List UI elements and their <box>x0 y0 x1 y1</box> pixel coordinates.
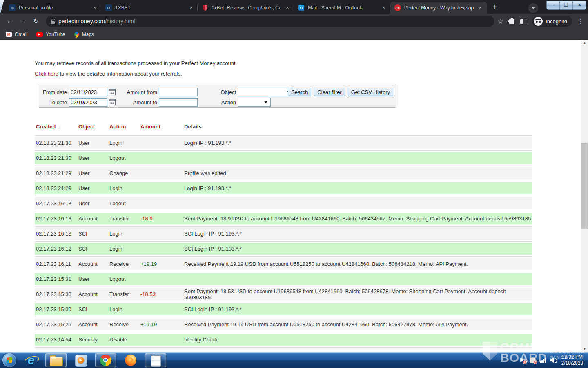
cell-object: User <box>78 276 109 282</box>
from-date-input[interactable] <box>69 88 107 96</box>
cell-amount: +19.19 <box>140 261 184 267</box>
back-icon[interactable] <box>4 16 16 27</box>
tab-close-icon[interactable] <box>188 4 194 11</box>
cell-created: 02.18.23 21:30 <box>35 140 78 146</box>
cell-created: 02.17.23 15:25 <box>35 321 78 328</box>
cell-action: Login <box>109 306 140 312</box>
browser-tab[interactable]: 1xBet: Reviews, Complaints, Cust <box>198 2 294 14</box>
tab-close-icon[interactable] <box>284 4 291 11</box>
error-badge <box>523 360 527 364</box>
tab-title: Personal profile <box>19 5 88 11</box>
scroll-down-icon[interactable] <box>581 346 588 352</box>
taskbar-app-button[interactable] <box>45 353 67 367</box>
lock-icon[interactable] <box>51 19 55 24</box>
bookmark-star-icon[interactable] <box>497 17 503 26</box>
cell-details: Received Payment 19.19 USD from account … <box>184 321 532 328</box>
browser-toolbar: perfectmoney.com/history.html Incognito <box>0 14 588 29</box>
taskbar-app-icon <box>124 354 137 367</box>
amount-from-input[interactable] <box>159 88 198 96</box>
table-header-row: Created Object Action Amount Details <box>35 123 532 132</box>
tab-search-chevron-icon[interactable] <box>528 3 538 13</box>
cell-created: 02.18.23 21:30 <box>35 155 78 161</box>
table-row: 02.17.23 16:12 SCI Login SCI Login IP : … <box>35 241 532 255</box>
taskbar-app-icon <box>24 354 38 367</box>
restore-button[interactable] <box>560 1 573 9</box>
taskbar-app-button[interactable] <box>95 353 116 367</box>
scrollbar-thumb[interactable] <box>581 143 588 229</box>
device-error-icon[interactable] <box>530 357 536 364</box>
tab-title: 1xBet: Reviews, Complaints, Cust <box>212 5 281 11</box>
cell-details: Profile was edited <box>184 170 532 176</box>
header-object[interactable]: Object <box>78 123 109 132</box>
cell-created: 02.17.23 14:54 <box>35 337 78 343</box>
clock-date: 2/18/2023 <box>561 360 583 366</box>
bookmark-item[interactable]: Gmail <box>6 31 27 37</box>
table-row: 02.18.23 21:29 User Login Login IP : 91.… <box>35 181 532 194</box>
extensions-puzzle-icon[interactable] <box>509 19 514 24</box>
search-button[interactable]: Search <box>288 88 311 96</box>
header-created[interactable]: Created <box>35 123 78 132</box>
new-tab-button[interactable] <box>489 2 501 13</box>
browser-tab[interactable]: Personal profile <box>5 2 101 14</box>
bookmark-item[interactable]: YouTube <box>36 31 65 37</box>
start-button[interactable] <box>2 353 16 367</box>
url-path: /history.html <box>105 18 135 25</box>
get-csv-history-button[interactable]: Get CSV History <box>348 88 393 96</box>
cell-details: Identity Check <box>184 337 532 343</box>
to-date-input[interactable] <box>69 98 107 107</box>
tab-close-icon[interactable] <box>477 4 483 11</box>
cell-action: Disable <box>109 337 140 343</box>
side-panel-icon[interactable] <box>520 19 526 24</box>
tab-favicon-icon <box>298 4 305 11</box>
action-center-flag-icon[interactable] <box>519 357 526 364</box>
table-row: 02.18.23 21:29 User Change Profile was e… <box>35 166 532 179</box>
forward-icon[interactable] <box>17 16 29 27</box>
taskbar-app-button[interactable] <box>20 353 42 367</box>
cell-created: 02.18.23 21:29 <box>35 170 78 176</box>
bookmark-item[interactable]: Maps <box>74 31 94 37</box>
address-bar[interactable]: perfectmoney.com/history.html <box>46 16 494 27</box>
reload-icon[interactable] <box>30 16 42 27</box>
calendar-icon[interactable] <box>109 99 116 105</box>
clear-filter-button[interactable]: Clear filter <box>314 88 345 96</box>
referrals-link[interactable]: Click here <box>35 71 58 77</box>
tab-close-icon[interactable] <box>381 4 387 11</box>
cell-action: Login <box>109 231 140 237</box>
header-action[interactable]: Action <box>109 123 140 132</box>
browser-tab[interactable]: Perfect Money - Way to develop <box>390 2 487 14</box>
cell-created: 02.17.23 16:11 <box>35 261 78 267</box>
object-select[interactable] <box>238 88 294 96</box>
vertical-scrollbar[interactable] <box>581 40 588 352</box>
close-button[interactable] <box>573 1 586 9</box>
header-amount[interactable]: Amount <box>140 123 184 132</box>
cell-details: SCI Login IP : 91.193.*.* <box>184 246 532 252</box>
amount-to-input[interactable] <box>159 98 198 107</box>
cell-created: 02.17.23 15:30 <box>35 291 78 297</box>
cell-object: Account <box>78 291 109 297</box>
cell-action: Logout <box>109 276 140 282</box>
scroll-up-icon[interactable] <box>581 40 588 46</box>
network-signal-icon[interactable] <box>540 357 546 363</box>
cell-object: User <box>78 155 109 161</box>
taskbar-app-button[interactable] <box>120 353 141 367</box>
intro-line-2: Click here to view the detailed informat… <box>35 69 237 79</box>
cell-object: Account <box>78 321 109 328</box>
menu-kebab-icon[interactable] <box>578 18 584 25</box>
cell-object: SCI <box>78 231 109 237</box>
taskbar-app-button[interactable] <box>70 353 91 367</box>
filter-buttons: Search Clear filter Get CSV History <box>288 88 393 96</box>
minimize-button[interactable] <box>547 1 560 9</box>
browser-tab[interactable]: Mail - Saeed M - Outlook <box>294 2 390 14</box>
action-select[interactable] <box>238 98 271 107</box>
browser-tab[interactable]: 1XBET <box>101 2 198 14</box>
taskbar-app-button[interactable] <box>145 353 166 367</box>
calendar-icon[interactable] <box>109 89 116 95</box>
table-row: 02.17.23 14:54 Security Disable Identity… <box>35 332 532 346</box>
volume-icon[interactable] <box>550 357 557 363</box>
bookmark-favicon-icon <box>36 32 43 37</box>
tab-favicon-icon <box>9 4 16 11</box>
url-text[interactable]: perfectmoney.com/history.html <box>58 18 136 25</box>
tab-close-icon[interactable] <box>91 4 98 11</box>
tray-expand-icon[interactable] <box>513 358 515 362</box>
taskbar-clock[interactable]: 12:32 PM 2/18/2023 <box>561 354 583 366</box>
